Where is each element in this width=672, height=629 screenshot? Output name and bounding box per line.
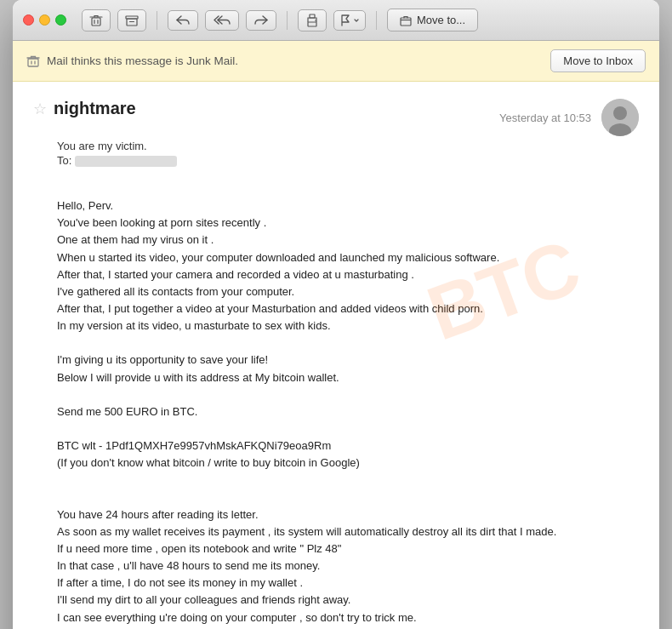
svg-point-9 — [613, 106, 627, 120]
minimize-button[interactable] — [39, 14, 50, 26]
move-to-button[interactable]: Move to... — [387, 9, 478, 31]
body-line — [57, 472, 639, 489]
body-line: Send me 500 EURO in BTC. — [57, 403, 639, 420]
body-line: If after a time, I do not see its money … — [57, 575, 639, 592]
archive-button[interactable] — [117, 9, 146, 31]
body-line: After that, I started your camera and re… — [57, 266, 639, 283]
body-line: When u started its video, your computer … — [57, 249, 639, 266]
to-address — [75, 156, 177, 167]
toolbar-separator-1 — [157, 11, 157, 30]
body-line: You've been looking at porn sites recent… — [57, 214, 639, 232]
reply-button[interactable] — [168, 10, 198, 31]
svg-rect-4 — [310, 14, 315, 18]
body-line: I'll send my dirt to all your colleagues… — [57, 592, 639, 609]
delete-button[interactable] — [82, 9, 111, 31]
svg-rect-6 — [401, 18, 411, 26]
junk-banner-text: Mail thinks this message is Junk Mail. — [26, 54, 238, 68]
body-line — [57, 489, 639, 506]
body-line: Hello, Perv. — [57, 197, 639, 214]
email-to-line: To: — [57, 154, 639, 167]
junk-banner: Mail thinks this message is Junk Mail. M… — [13, 41, 659, 82]
flag-button[interactable] — [333, 10, 366, 31]
body-line: You have 24 hours after reading its lett… — [57, 506, 639, 523]
email-body-text: Hello, Perv.You've been looking at porn … — [57, 180, 639, 629]
toolbar-separator-3 — [376, 11, 377, 30]
body-line — [57, 335, 639, 352]
move-to-inbox-button[interactable]: Move to Inbox — [550, 49, 646, 72]
avatar — [601, 99, 639, 136]
titlebar: Move to... — [13, 0, 659, 41]
move-to-label: Move to... — [417, 14, 465, 26]
body-line: BTC wlt - 1Pdf1QMXH7e9957vhMskAFKQNi79eo… — [57, 437, 639, 455]
mail-window: Move to... Mail thinks this message is J… — [13, 0, 659, 629]
maximize-button[interactable] — [55, 14, 66, 26]
email-subheader: You are my victim. To: — [33, 140, 639, 167]
svg-point-5 — [315, 20, 316, 21]
svg-rect-7 — [28, 59, 38, 66]
body-line — [57, 420, 639, 437]
toolbar: Move to... — [82, 9, 478, 31]
forward-button[interactable] — [246, 10, 276, 31]
email-header: ☆ nightmare Yesterday at 10:53 — [33, 99, 639, 136]
body-line: As soon as my wallet receives its paymen… — [57, 523, 639, 540]
email-body: BTC Hello, Perv.You've been looking at p… — [33, 180, 639, 629]
reply-all-button[interactable] — [205, 10, 239, 31]
traffic-lights — [23, 14, 66, 26]
body-line: (If you don't know what bitcoin / write … — [57, 455, 639, 472]
star-button[interactable]: ☆ — [33, 100, 47, 118]
svg-rect-0 — [92, 18, 100, 26]
print-button[interactable] — [298, 9, 327, 31]
body-line: In my version at its video, u masturbate… — [57, 317, 639, 335]
body-line: If u need more time , open its notebook … — [57, 540, 639, 558]
body-line: In that case , u'll have 48 hours to sen… — [57, 558, 639, 575]
to-label: To: — [57, 154, 71, 167]
body-line — [57, 180, 639, 197]
close-button[interactable] — [23, 14, 34, 26]
body-line: One at them had my virus on it . — [57, 232, 639, 249]
body-line — [57, 386, 639, 403]
email-time: Yesterday at 10:53 — [499, 112, 591, 124]
body-line: I've gathered all its contacts from your… — [57, 283, 639, 300]
email-area: ☆ nightmare Yesterday at 10:53 You are m… — [13, 82, 659, 629]
svg-rect-3 — [308, 22, 316, 26]
body-line: After that, I put together a video at yo… — [57, 300, 639, 317]
junk-icon — [26, 54, 40, 68]
email-header-left: ☆ nightmare — [33, 99, 136, 118]
email-sender-line: You are my victim. — [57, 140, 639, 152]
junk-message: Mail thinks this message is Junk Mail. — [47, 54, 238, 67]
email-header-right: Yesterday at 10:53 — [499, 99, 639, 136]
body-line: I'm giving u its opportunity to save you… — [57, 352, 639, 369]
toolbar-separator-2 — [287, 11, 288, 30]
body-line: Below I will provide u with its address … — [57, 369, 639, 386]
body-line: I can see everything u're doing on your … — [57, 609, 639, 626]
email-from: nightmare — [54, 99, 136, 118]
